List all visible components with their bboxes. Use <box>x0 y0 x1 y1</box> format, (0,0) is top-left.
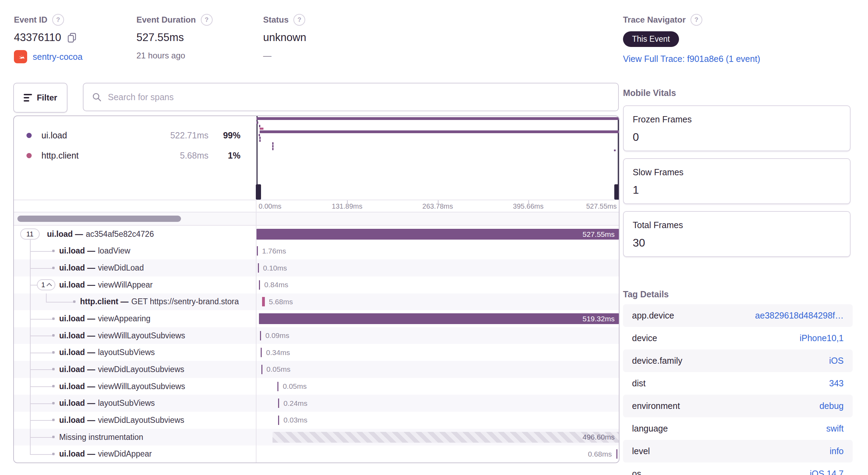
tag-value[interactable]: debug <box>819 401 844 411</box>
span-duration-label: 527.55ms <box>583 230 615 239</box>
span-row[interactable]: ui.load — layoutSubViews0.34ms <box>14 344 619 361</box>
this-event-badge[interactable]: This Event <box>623 31 679 47</box>
op-color-dot <box>26 133 32 138</box>
span-row-left: Missing instrumentation <box>14 429 257 446</box>
span-row-left: 1ui.load — viewWillAppear <box>14 276 257 293</box>
help-icon[interactable]: ? <box>201 14 213 26</box>
span-children-badge[interactable]: 11 <box>20 228 40 240</box>
span-duration-tick <box>261 348 262 357</box>
span-duration-bar[interactable]: 527.55ms <box>257 229 619 240</box>
span-op: ui.load — <box>59 280 95 290</box>
span-tick-wrap: 0.03ms <box>278 412 307 429</box>
span-row[interactable]: ui.load — viewDidLayoutSubviews0.03ms <box>14 412 619 429</box>
op-duration: 5.68ms <box>149 151 208 161</box>
tag-row: app.deviceae3829618d484298f… <box>623 304 853 327</box>
status-section: Status ? unknown — <box>263 14 306 61</box>
span-row-left: ui.load — loadView <box>14 243 257 260</box>
viewport-right-handle[interactable] <box>614 184 620 200</box>
event-id-value: 43376110 <box>14 31 61 44</box>
tag-value[interactable]: swift <box>826 424 844 434</box>
tree-connector <box>30 353 52 353</box>
tag-key: device.family <box>632 356 682 366</box>
span-row[interactable]: ui.load — loadView1.76ms <box>14 243 619 260</box>
span-duration-tick <box>277 382 278 391</box>
trace-navigator-section: Trace Navigator ? This Event View Full T… <box>623 14 760 64</box>
span-row-bar-area: 0.34ms <box>257 344 619 361</box>
tag-value[interactable]: 343 <box>829 378 844 388</box>
span-duration-tick <box>278 416 279 425</box>
span-description: viewDidLayoutSubviews <box>98 416 184 425</box>
project-link[interactable]: sentry-cocoa <box>33 52 82 62</box>
tree-connector <box>30 293 31 311</box>
span-duration-bar[interactable]: 519.32ms <box>259 313 619 324</box>
op-percent: 99% <box>208 130 240 140</box>
vital-card-slow-frames: Slow Frames1 <box>623 158 851 204</box>
legend-row[interactable]: ui.load522.71ms99% <box>14 125 257 145</box>
trace-view-panel: ui.load522.71ms99%http.client5.68ms1% 0.… <box>13 115 620 463</box>
vital-label: Frozen Frames <box>633 114 692 124</box>
span-row-left: ui.load — layoutSubViews <box>14 344 257 361</box>
span-row[interactable]: Missing instrumentation496.60ms <box>14 429 619 446</box>
span-row[interactable]: http.client — GET https://sentry-brand.s… <box>14 293 619 311</box>
tree-connector <box>30 369 52 370</box>
trace-minimap[interactable] <box>257 116 619 200</box>
op-duration: 522.71ms <box>149 130 208 140</box>
filter-button-label: Filter <box>37 93 57 103</box>
span-description: viewDidLayoutSubviews <box>98 365 184 374</box>
tree-connector <box>30 251 52 252</box>
span-row[interactable]: 11ui.load — ac354af5e82c4726527.55ms <box>14 226 619 243</box>
span-row[interactable]: 1ui.load — viewWillAppear0.84ms <box>14 276 619 293</box>
tag-key: environment <box>632 401 680 411</box>
span-row[interactable]: ui.load — viewWillLayoutSubviews0.09ms <box>14 327 619 344</box>
span-row[interactable]: ui.load — viewDidLoad0.10ms <box>14 259 619 276</box>
tree-connector <box>30 403 52 404</box>
status-sub: — <box>263 51 306 61</box>
help-icon[interactable]: ? <box>293 14 305 26</box>
tag-key: app.device <box>632 311 674 321</box>
tag-value[interactable]: iOS <box>829 356 844 366</box>
tag-value[interactable]: iOS 14.7 <box>810 469 844 475</box>
mini-span <box>260 130 619 133</box>
tree-node-dot <box>52 419 55 421</box>
mini-span <box>614 150 616 151</box>
tree-node-dot <box>52 351 55 354</box>
tag-value[interactable]: ae3829618d484298f… <box>755 311 844 321</box>
search-input[interactable] <box>107 92 610 103</box>
span-row[interactable]: ui.load — layoutSubViews0.24ms <box>14 395 619 412</box>
span-children-badge[interactable]: 1 <box>37 279 55 290</box>
tag-key: language <box>632 424 668 434</box>
span-description: viewAppearing <box>98 314 151 323</box>
span-row[interactable]: ui.load — viewAppearing519.32ms <box>14 310 619 327</box>
filter-button[interactable]: Filter <box>13 83 68 113</box>
span-op: ui.load — <box>59 365 95 374</box>
span-tick-wrap: 0.24ms <box>278 395 307 412</box>
span-row[interactable]: ui.load — viewWillLayoutSubviews0.05ms <box>14 378 619 395</box>
tag-value[interactable]: info <box>830 446 844 456</box>
legend-row[interactable]: http.client5.68ms1% <box>14 145 257 166</box>
span-description: viewDidLoad <box>98 263 144 273</box>
span-duration-tick <box>262 297 265 306</box>
tag-key: os <box>632 469 641 475</box>
span-row-text: ui.load — loadView <box>59 243 130 260</box>
span-description: loadView <box>98 246 131 256</box>
tree-connector <box>46 302 73 303</box>
swift-icon <box>14 50 27 63</box>
tree-connector <box>30 268 52 269</box>
tag-value[interactable]: iPhone10,1 <box>799 333 844 343</box>
copy-icon[interactable] <box>67 32 77 43</box>
horizontal-scrollbar[interactable] <box>17 216 181 222</box>
span-description: layoutSubViews <box>98 398 155 408</box>
tree-node-dot <box>52 250 55 252</box>
view-full-trace-link[interactable]: View Full Trace: f901a8e6 (1 event) <box>623 54 760 64</box>
help-icon[interactable]: ? <box>52 14 64 26</box>
span-description: viewWillLayoutSubviews <box>98 382 186 391</box>
op-name: http.client <box>41 151 149 161</box>
mini-span <box>259 137 261 139</box>
span-duration-label: 519.32ms <box>583 315 615 323</box>
span-row[interactable]: ui.load — viewDidAppear0.68ms <box>14 445 619 462</box>
span-duration-label: 1.76ms <box>262 247 286 255</box>
span-op: ui.load — <box>59 348 95 357</box>
span-row[interactable]: ui.load — viewDidLayoutSubviews0.05ms <box>14 361 619 378</box>
viewport-left-handle[interactable] <box>256 184 261 200</box>
help-icon[interactable]: ? <box>691 14 702 26</box>
